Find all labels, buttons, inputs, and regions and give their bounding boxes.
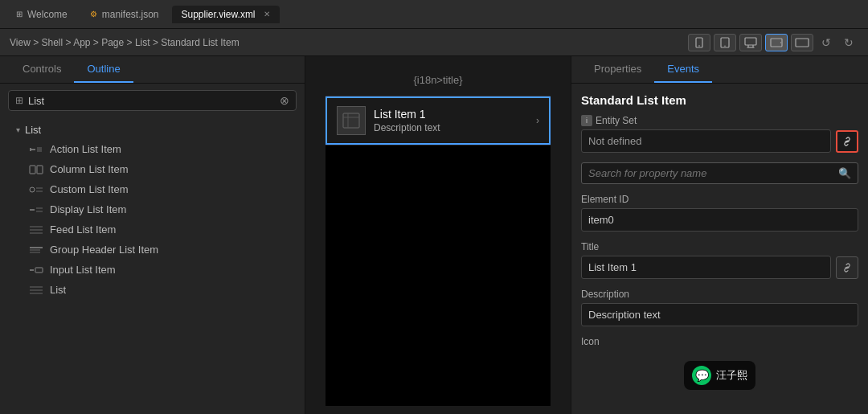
element-id-label: Element ID	[581, 194, 858, 205]
svg-rect-30	[35, 268, 43, 273]
preview-item-title: List Item 1	[374, 108, 528, 121]
property-search-input[interactable]	[588, 167, 833, 179]
left-panel-tabs: Controls Outline	[0, 56, 305, 84]
preview-header: {i18n>title}	[326, 64, 551, 96]
tab-manifest-label: manifest.json	[102, 9, 159, 20]
info-icon: i	[581, 115, 592, 126]
device-tablet-landscape-btn[interactable]	[765, 34, 788, 51]
svg-point-1	[698, 45, 700, 47]
sidebar-item-feed-list-item[interactable]: Feed List Item	[10, 219, 305, 240]
preview-container: {i18n>title} List Item 1 Description tex…	[326, 64, 551, 406]
property-search-row: 🔍	[581, 162, 858, 184]
breadcrumb: View > Shell > App > Page > List > Stand…	[10, 37, 683, 48]
sidebar-item-display-list-item[interactable]: Display List Item	[10, 199, 305, 219]
sidebar-item-column-list-item[interactable]: Column List Item	[10, 159, 305, 179]
svg-rect-4	[745, 38, 756, 45]
main-layout: Controls Outline ⊞ ⊗ ▾ List Ac	[0, 56, 868, 414]
svg-rect-17	[37, 166, 43, 174]
icon-label: Icon	[581, 336, 858, 347]
sidebar-item-group-header-list-item[interactable]: Group Header List Item	[10, 240, 305, 260]
toolbar: View > Shell > App > Page > List > Stand…	[0, 29, 868, 56]
sidebar-item-list[interactable]: List	[10, 280, 305, 300]
preview-item-arrow-icon: ›	[536, 115, 539, 126]
search-clear-icon[interactable]: ⊗	[280, 94, 289, 107]
tab-welcome-label: Welcome	[27, 9, 68, 20]
tab-events[interactable]: Events	[654, 56, 712, 83]
sidebar-item-custom-list-item[interactable]: Custom List Item	[10, 179, 305, 199]
description-input[interactable]	[581, 303, 858, 326]
search-bar: ⊞ ⊗	[8, 90, 297, 111]
display-list-item-label: Display List Item	[50, 203, 126, 215]
title-label: Title	[581, 241, 858, 252]
entity-set-row	[581, 129, 858, 153]
tree-list-label: List	[25, 124, 41, 136]
device-wide-btn[interactable]	[791, 34, 813, 51]
right-panel: Properties Events Standard List Item i E…	[571, 56, 868, 414]
description-row	[581, 303, 858, 326]
list-label: List	[50, 284, 66, 296]
tab-manifest[interactable]: ⚙ manifest.json	[80, 6, 169, 23]
device-phone-btn[interactable]	[688, 34, 710, 51]
chevron-down-icon: ▾	[16, 125, 20, 134]
svg-rect-35	[343, 113, 359, 128]
preview-bottom-area	[326, 145, 551, 406]
sidebar-item-input-list-item[interactable]: Input List Item	[10, 260, 305, 280]
svg-point-9	[780, 42, 781, 43]
redo-button[interactable]: ↻	[839, 34, 858, 51]
group-header-list-item-label: Group Header List Item	[50, 244, 158, 256]
search-list-icon: ⊞	[15, 95, 23, 106]
svg-point-3	[724, 45, 725, 46]
manifest-icon: ⚙	[90, 10, 97, 18]
section-title: Standard List Item	[581, 93, 858, 107]
tree-container: ▾ List Action List Item Column List Item	[0, 117, 305, 414]
custom-list-icon	[29, 185, 43, 195]
column-list-item-label: Column List Item	[50, 163, 129, 175]
display-list-icon	[29, 205, 43, 215]
tab-supplier[interactable]: Supplier.view.xml ✕	[172, 6, 280, 23]
entity-set-link-button[interactable]	[836, 130, 858, 153]
tab-close-icon[interactable]: ✕	[264, 10, 270, 18]
tree-root: ▾ List Action List Item Column List Item	[0, 121, 305, 300]
right-panel-tabs: Properties Events	[571, 56, 868, 84]
device-tablet-portrait-btn[interactable]	[714, 34, 736, 51]
left-panel: Controls Outline ⊞ ⊗ ▾ List Ac	[0, 56, 305, 414]
undo-button[interactable]: ↺	[817, 34, 836, 51]
column-list-icon	[29, 165, 43, 174]
feed-list-icon	[29, 225, 43, 235]
svg-rect-10	[796, 39, 809, 47]
tab-properties[interactable]: Properties	[581, 56, 654, 83]
title-link-button[interactable]	[836, 256, 858, 279]
title-input[interactable]	[581, 256, 831, 279]
element-id-row	[581, 208, 858, 232]
property-search-icon: 🔍	[838, 167, 851, 179]
list-icon	[29, 285, 43, 295]
search-input[interactable]	[28, 95, 275, 107]
svg-rect-16	[30, 166, 35, 174]
welcome-icon: ⊞	[16, 10, 23, 18]
svg-point-18	[30, 187, 35, 192]
title-row	[581, 256, 858, 279]
preview-item-description: Description text	[374, 122, 528, 133]
custom-list-item-label: Custom List Item	[50, 183, 129, 195]
center-panel: {i18n>title} List Item 1 Description tex…	[305, 56, 571, 414]
right-panel-content: Standard List Item i Entity Set 🔍 Elemen…	[571, 84, 868, 414]
action-list-item-label: Action List Item	[50, 143, 121, 155]
tab-welcome[interactable]: ⊞ Welcome	[6, 6, 77, 23]
action-list-icon	[29, 145, 43, 154]
titlebar: ⊞ Welcome ⚙ manifest.json Supplier.view.…	[0, 0, 868, 29]
entity-set-input[interactable]	[581, 129, 831, 153]
tab-controls[interactable]: Controls	[10, 56, 74, 83]
preview-list-item[interactable]: List Item 1 Description text ›	[326, 96, 551, 145]
tab-outline[interactable]: Outline	[74, 56, 133, 83]
description-label: Description	[581, 289, 858, 300]
device-buttons: ↺ ↻	[688, 34, 858, 51]
feed-list-item-label: Feed List Item	[50, 223, 116, 236]
preview-item-text: List Item 1 Description text	[374, 108, 528, 133]
element-id-input[interactable]	[581, 208, 858, 232]
input-list-item-label: Input List Item	[50, 264, 116, 276]
tab-supplier-label: Supplier.view.xml	[182, 9, 256, 20]
device-desktop-btn[interactable]	[739, 34, 762, 51]
sidebar-item-action-list-item[interactable]: Action List Item	[10, 139, 305, 159]
tree-list-parent[interactable]: ▾ List	[10, 121, 305, 139]
entity-set-label: i Entity Set	[581, 115, 858, 126]
